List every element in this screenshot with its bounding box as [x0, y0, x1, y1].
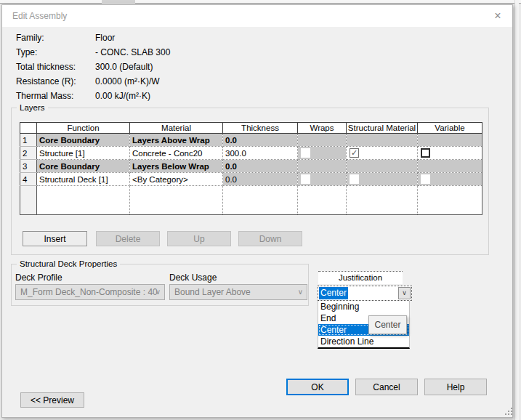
- cell-wraps: [298, 134, 347, 147]
- resistance-value: 0.0000 (m²·K)/W: [95, 76, 160, 86]
- cell-wraps: [298, 160, 347, 173]
- background-window-fragment: [102, 0, 135, 4]
- family-label: Family:: [16, 33, 95, 43]
- cell-wraps: [298, 147, 347, 160]
- assembly-properties: Family:Floor Type:- CONC. SLAB 300 Total…: [16, 33, 170, 105]
- structural-material-checkbox-disabled: [350, 174, 359, 184]
- property-row: Total thickness:300.0 (Default): [16, 62, 170, 76]
- cell-material: Layers Below Wrap: [130, 160, 223, 173]
- edit-assembly-dialog: Edit Assembly × Family:Floor Type:- CONC…: [1, 4, 513, 418]
- cell-variable: [418, 147, 482, 160]
- property-row: Type:- CONC. SLAB 300: [16, 47, 170, 62]
- deck-properties-group-label: Structural Deck Properties: [17, 259, 120, 268]
- delete-button: Delete: [96, 231, 160, 246]
- cell-thickness[interactable]: 300.0: [223, 147, 298, 160]
- variable-checkbox-disabled: [421, 174, 430, 184]
- option-beginning[interactable]: Beginning: [318, 301, 409, 312]
- table-header-row: Function Material Thickness Wraps Struct…: [20, 123, 482, 134]
- layers-group-label: Layers: [17, 103, 48, 112]
- resize-grip[interactable]: [505, 408, 506, 409]
- cell-variable: [418, 160, 482, 173]
- insert-button[interactable]: Insert: [23, 231, 87, 246]
- row-number[interactable]: 4: [20, 173, 37, 186]
- cell-function: Core Boundary: [37, 134, 130, 147]
- background-window-edge: [0, 0, 521, 4]
- variable-checkbox-unchecked[interactable]: [421, 148, 430, 158]
- cell-variable: [418, 173, 482, 186]
- justification-selected-value: Center: [319, 287, 348, 299]
- structural-material-checkbox-checked[interactable]: ✓: [350, 148, 359, 158]
- table-row-structure: 2 Structure [1] Concrete - Conc20 300.0 …: [20, 147, 482, 160]
- wraps-checkbox-disabled: [301, 174, 310, 184]
- screen: Edit Assembly × Family:Floor Type:- CONC…: [0, 0, 521, 420]
- thermal-mass-value: 0.00 kJ/(m²·K): [95, 91, 150, 101]
- header-structural-material: Structural Material: [347, 123, 418, 134]
- header-thickness: Thickness: [223, 123, 298, 134]
- dialog-title: Edit Assembly: [12, 5, 67, 27]
- cell-thickness: 0.0: [223, 160, 298, 173]
- thermal-mass-label: Thermal Mass:: [16, 91, 95, 101]
- cell-structural-material: [347, 160, 418, 173]
- cell-function[interactable]: Structural Deck [1]: [37, 173, 130, 186]
- dialog-titlebar[interactable]: Edit Assembly ×: [2, 5, 512, 27]
- up-button: Up: [167, 231, 231, 246]
- table-row-structural-deck: 4 Structural Deck [1] <By Category> 0.0: [20, 173, 482, 186]
- preview-toggle-button[interactable]: << Preview: [20, 392, 84, 408]
- header-function: Function: [37, 123, 130, 134]
- type-label: Type:: [16, 47, 95, 57]
- type-value: - CONC. SLAB 300: [95, 47, 170, 57]
- cell-thickness: 0.0: [223, 173, 298, 186]
- chevron-down-icon: ∨: [298, 285, 303, 299]
- option-direction-line[interactable]: Direction Line: [318, 336, 409, 347]
- chevron-down-icon: ∨: [156, 285, 161, 299]
- cell-structural-material: ✓: [347, 147, 418, 160]
- combobox-dropdown-button[interactable]: ∨: [398, 287, 411, 299]
- header-material: Material: [130, 123, 223, 134]
- justification-column-header: Justification: [318, 271, 403, 284]
- cell-wraps: [298, 173, 347, 186]
- deck-profile-dropdown: M_Form Deck_Non-Composite : 40 ∨: [15, 284, 165, 300]
- cell-function: Core Boundary: [37, 160, 130, 173]
- down-button: Down: [238, 231, 302, 246]
- deck-usage-label: Deck Usage: [169, 272, 217, 283]
- total-thickness-label: Total thickness:: [16, 62, 95, 72]
- row-number[interactable]: 2: [20, 147, 37, 160]
- close-icon[interactable]: ×: [488, 7, 508, 25]
- cancel-button[interactable]: Cancel: [355, 379, 418, 395]
- row-number[interactable]: 1: [20, 134, 37, 147]
- cell-material: Layers Above Wrap: [130, 134, 223, 147]
- cell-material[interactable]: Concrete - Conc20: [130, 147, 223, 160]
- tooltip: Center: [368, 315, 407, 334]
- table-row-core-boundary-below: 3 Core Boundary Layers Below Wrap 0.0: [20, 160, 482, 173]
- justification-combobox[interactable]: Center ∨: [318, 286, 412, 301]
- header-rownum: [20, 123, 37, 134]
- cell-function[interactable]: Structure [1]: [37, 147, 130, 160]
- deck-usage-dropdown: Bound Layer Above ∨: [169, 284, 307, 300]
- ok-button[interactable]: OK: [286, 379, 349, 395]
- total-thickness-value: 300.0 (Default): [95, 62, 153, 72]
- header-variable: Variable: [418, 123, 482, 134]
- background-scrollbar-band: [514, 0, 519, 420]
- header-wraps: Wraps: [298, 123, 347, 134]
- wraps-checkbox-disabled: [301, 148, 310, 158]
- family-value: Floor: [95, 33, 115, 43]
- cell-material[interactable]: <By Category>: [130, 173, 223, 186]
- cell-structural-material: [347, 134, 418, 147]
- cell-structural-material: [347, 173, 418, 186]
- property-row: Resistance (R):0.0000 (m²·K)/W: [16, 76, 170, 91]
- cell-variable: [418, 134, 482, 147]
- layers-table: Function Material Thickness Wraps Struct…: [20, 122, 482, 215]
- help-button[interactable]: Help: [424, 379, 487, 395]
- chevron-down-icon: ∨: [402, 289, 407, 296]
- table-empty-area: [20, 186, 482, 215]
- deck-profile-value: M_Form Deck_Non-Composite : 40: [20, 287, 158, 297]
- cell-thickness: 0.0: [223, 134, 298, 147]
- row-number[interactable]: 3: [20, 160, 37, 173]
- deck-profile-label: Deck Profile: [15, 272, 62, 283]
- table-row-core-boundary-above: 1 Core Boundary Layers Above Wrap 0.0: [20, 134, 482, 147]
- deck-usage-value: Bound Layer Above: [174, 287, 251, 297]
- resistance-label: Resistance (R):: [16, 76, 95, 86]
- property-row: Family:Floor: [16, 33, 170, 47]
